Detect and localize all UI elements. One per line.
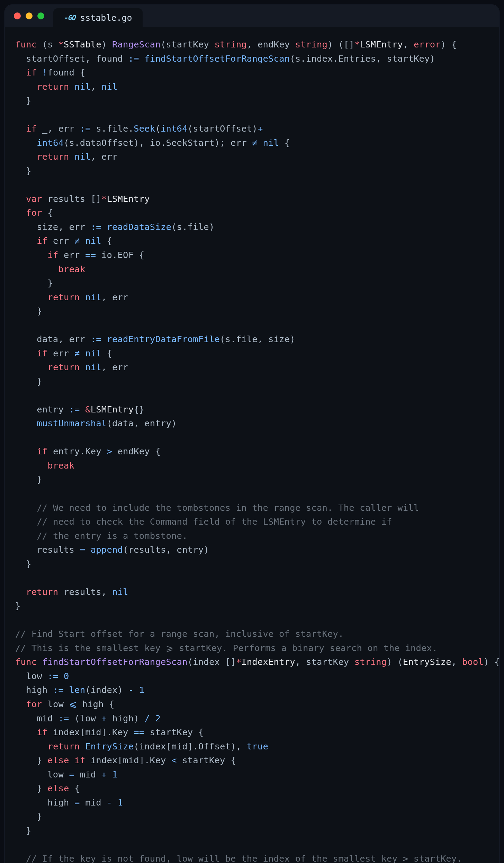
close-icon[interactable] xyxy=(14,12,21,19)
editor-window: -GO sstable.go func (s *SSTable) RangeSc… xyxy=(5,5,499,863)
code-editor[interactable]: func (s *SSTable) RangeScan(startKey str… xyxy=(5,27,499,863)
minimize-icon[interactable] xyxy=(26,12,33,19)
title-bar: -GO sstable.go xyxy=(5,5,499,27)
tab-sstable[interactable]: -GO sstable.go xyxy=(53,8,143,27)
window-controls xyxy=(14,12,44,19)
zoom-icon[interactable] xyxy=(37,12,44,19)
go-file-icon: -GO xyxy=(64,14,75,22)
tab-filename: sstable.go xyxy=(80,13,132,23)
